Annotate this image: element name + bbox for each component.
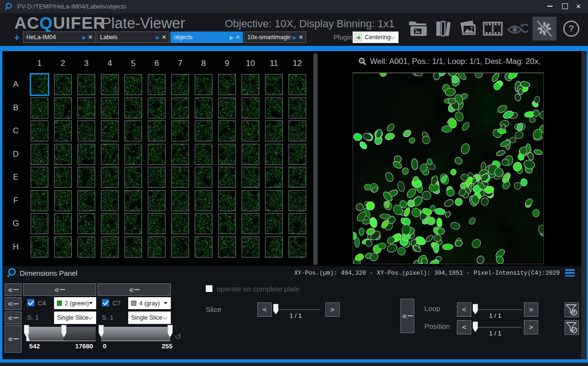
collapse-channel-c7-button[interactable]: « xyxy=(98,283,171,296)
well-H6[interactable] xyxy=(148,237,166,258)
well-G4[interactable] xyxy=(101,213,119,234)
well-D6[interactable] xyxy=(148,144,166,165)
collapse-row-button[interactable]: « xyxy=(5,312,22,324)
well-H9[interactable] xyxy=(218,237,236,258)
well-F8[interactable] xyxy=(195,190,212,211)
well-E7[interactable] xyxy=(171,167,189,188)
well-A1[interactable] xyxy=(30,73,49,96)
movie-button[interactable] xyxy=(483,19,503,39)
well-G12[interactable] xyxy=(288,213,306,234)
tab-10x-smartimaging[interactable]: 10x-smartimaging ▶ ✕ xyxy=(244,32,306,43)
well-C5[interactable] xyxy=(124,120,142,141)
well-C11[interactable] xyxy=(265,120,283,141)
tab-close-icon[interactable]: ✕ xyxy=(235,34,240,41)
well-D1[interactable] xyxy=(31,144,48,165)
well-D12[interactable] xyxy=(288,144,306,165)
slice-prev-button[interactable]: < xyxy=(257,302,272,317)
library-button[interactable] xyxy=(433,19,453,39)
well-A3[interactable] xyxy=(78,74,95,95)
tab-expand-icon[interactable]: ▶ xyxy=(230,35,233,40)
position-prev-button[interactable]: < xyxy=(457,320,471,334)
intensity-range-c4-slider[interactable] xyxy=(26,327,96,341)
well-B4[interactable] xyxy=(101,97,119,118)
collapse-loop-position-button[interactable]: « xyxy=(400,299,414,333)
well-G10[interactable] xyxy=(242,213,259,234)
loop-slider-track[interactable] xyxy=(475,309,521,310)
operate-complete-plate-checkbox[interactable] xyxy=(206,285,212,292)
well-C10[interactable] xyxy=(242,120,259,141)
well-D4[interactable] xyxy=(101,144,119,165)
well-E6[interactable] xyxy=(148,167,166,188)
loop-slider-handle[interactable] xyxy=(473,304,478,314)
position-slider-track[interactable] xyxy=(475,327,521,328)
collapse-channel-c4-button[interactable]: « xyxy=(23,283,96,296)
filter-upload-button[interactable] xyxy=(565,302,579,317)
well-A6[interactable] xyxy=(148,74,166,95)
well-F9[interactable] xyxy=(218,190,236,211)
well-F1[interactable] xyxy=(31,190,48,211)
well-D7[interactable] xyxy=(171,144,189,165)
well-D3[interactable] xyxy=(78,144,95,165)
well-F12[interactable] xyxy=(288,190,306,211)
well-G6[interactable] xyxy=(148,213,166,234)
well-H2[interactable] xyxy=(54,237,72,258)
well-E11[interactable] xyxy=(265,167,283,188)
well-G3[interactable] xyxy=(78,213,95,234)
well-E3[interactable] xyxy=(78,167,95,188)
well-F11[interactable] xyxy=(265,190,283,211)
help-button[interactable]: ? xyxy=(561,19,581,39)
well-D8[interactable] xyxy=(195,144,212,165)
well-C2[interactable] xyxy=(54,120,72,141)
well-A8[interactable] xyxy=(195,74,212,95)
well-E1[interactable] xyxy=(31,167,48,188)
well-F6[interactable] xyxy=(148,190,166,211)
well-G9[interactable] xyxy=(218,213,236,234)
well-E12[interactable] xyxy=(288,167,306,188)
intensity-range-c7-slider[interactable] xyxy=(101,327,170,341)
well-E9[interactable] xyxy=(218,167,236,188)
loop-next-button[interactable]: > xyxy=(524,302,538,317)
well-F10[interactable] xyxy=(242,190,259,211)
well-H7[interactable] xyxy=(171,237,189,258)
well-C1[interactable] xyxy=(31,120,48,141)
loop-prev-button[interactable]: < xyxy=(457,302,471,317)
well-C12[interactable] xyxy=(288,120,306,141)
well-E8[interactable] xyxy=(195,167,212,188)
well-C9[interactable] xyxy=(218,120,236,141)
snapshot-button[interactable] xyxy=(458,19,478,39)
well-H4[interactable] xyxy=(101,237,119,258)
well-B7[interactable] xyxy=(171,97,189,118)
auto-refresh-view-button[interactable] xyxy=(508,19,528,39)
lut-c4-dropdown[interactable]: 2 (green) xyxy=(54,297,96,309)
well-B6[interactable] xyxy=(148,97,166,118)
well-H11[interactable] xyxy=(265,237,283,258)
lut-c7-dropdown[interactable]: 4 (gray) xyxy=(128,297,171,309)
filter-disable-button[interactable] xyxy=(565,320,579,335)
well-G11[interactable] xyxy=(265,213,283,234)
well-A10[interactable] xyxy=(242,74,259,95)
slice-mode-c4-dropdown[interactable]: Single Slice xyxy=(54,312,96,324)
well-A9[interactable] xyxy=(218,74,236,95)
well-F7[interactable] xyxy=(171,190,189,211)
well-D9[interactable] xyxy=(218,144,236,165)
collapse-row-button[interactable]: « xyxy=(5,283,22,296)
well-E10[interactable] xyxy=(242,167,259,188)
well-B3[interactable] xyxy=(78,97,95,118)
close-button[interactable]: ✕ xyxy=(571,0,586,12)
position-slider-handle[interactable] xyxy=(473,322,478,332)
well-E5[interactable] xyxy=(124,167,142,188)
well-G8[interactable] xyxy=(195,213,212,234)
well-D5[interactable] xyxy=(124,144,142,165)
minimize-button[interactable] xyxy=(542,0,557,12)
well-C8[interactable] xyxy=(195,120,212,141)
slice-slider-track[interactable] xyxy=(275,309,321,310)
well-C6[interactable] xyxy=(148,120,166,141)
well-A2[interactable] xyxy=(54,74,72,95)
well-F3[interactable] xyxy=(78,190,95,211)
add-tab-button[interactable]: + xyxy=(12,32,21,43)
well-G5[interactable] xyxy=(124,213,142,234)
well-B8[interactable] xyxy=(195,97,212,118)
reset-range-button[interactable]: ↺ xyxy=(175,332,181,342)
channel-c4-checkbox[interactable] xyxy=(27,299,34,306)
tab-close-icon[interactable]: ✕ xyxy=(299,34,303,41)
